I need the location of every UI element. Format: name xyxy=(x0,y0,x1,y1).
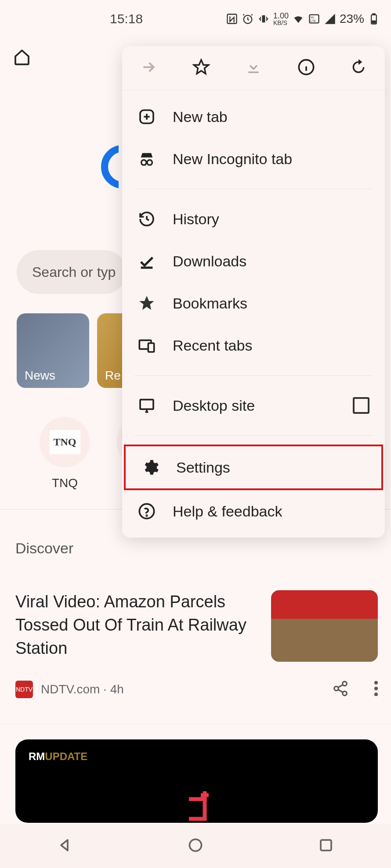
nav-recent-icon[interactable] xyxy=(318,837,334,855)
volte-icon: VoLTE xyxy=(308,13,320,25)
ndtv-badge: NDTV xyxy=(15,681,33,698)
desktop-icon xyxy=(138,397,156,414)
svg-rect-8 xyxy=(373,21,376,23)
svg-point-10 xyxy=(334,686,339,691)
gear-icon xyxy=(141,459,159,476)
svg-point-22 xyxy=(141,160,147,165)
divider xyxy=(0,724,391,725)
share-icon[interactable] xyxy=(332,680,349,699)
svg-point-11 xyxy=(343,691,347,696)
nav-back-icon[interactable] xyxy=(57,837,73,855)
svg-point-14 xyxy=(374,692,378,696)
svg-rect-7 xyxy=(373,14,375,14)
nav-bar xyxy=(0,824,391,868)
desktop-checkbox[interactable] xyxy=(353,397,369,414)
article-source: NDTV.com · 4h xyxy=(41,682,124,696)
article-title: Viral Video: Amazon Parcels Tossed Out O… xyxy=(15,590,260,660)
reload-icon[interactable] xyxy=(350,58,367,78)
svg-point-12 xyxy=(374,681,378,685)
menu-incognito[interactable]: New Incognito tab xyxy=(122,138,385,180)
search-placeholder: Search or typ xyxy=(32,264,116,280)
star-filled-icon xyxy=(138,294,156,312)
nav-home-icon[interactable] xyxy=(188,837,203,855)
svg-rect-2 xyxy=(262,15,265,22)
more-icon[interactable] xyxy=(374,681,378,698)
menu-divider xyxy=(134,435,373,436)
status-time: 15:18 xyxy=(11,11,143,26)
menu-bookmarks[interactable]: Bookmarks xyxy=(122,282,385,324)
menu-help[interactable]: Help & feedback xyxy=(122,490,385,532)
incognito-icon xyxy=(138,150,156,168)
article-thumbnail xyxy=(271,590,378,662)
svg-point-23 xyxy=(147,160,152,165)
menu-settings[interactable]: Settings xyxy=(124,445,383,490)
svg-point-15 xyxy=(189,839,201,851)
discover-heading: Discover xyxy=(15,540,73,557)
plus-box-icon xyxy=(138,108,156,126)
vibrate-icon xyxy=(257,13,270,25)
menu-divider xyxy=(134,375,373,376)
downloads-icon xyxy=(138,252,156,270)
forward-icon[interactable] xyxy=(140,58,157,78)
rmupdate-logo: RMUPDATE xyxy=(29,750,365,763)
history-icon xyxy=(138,210,156,228)
status-icons: 1.00 KB/S VoLTE 23% xyxy=(226,12,380,26)
svg-text:LTE: LTE xyxy=(311,19,316,22)
shortcut-tnq[interactable]: TNQ TNQ xyxy=(40,417,90,490)
svg-text:Vo: Vo xyxy=(311,15,314,18)
article-card[interactable]: Viral Video: Amazon Parcels Tossed Out O… xyxy=(15,590,378,662)
svg-rect-26 xyxy=(148,343,154,352)
svg-point-9 xyxy=(343,681,347,686)
bookmark-star-icon[interactable] xyxy=(192,58,210,78)
rmupdate-card[interactable]: RMUPDATE xyxy=(15,739,378,823)
info-icon[interactable] xyxy=(297,58,315,78)
overflow-menu: New tab New Incognito tab History Downlo… xyxy=(122,46,385,538)
menu-new-tab[interactable]: New tab xyxy=(122,96,385,138)
nfc-icon xyxy=(226,13,238,25)
status-bar: 15:18 1.00 KB/S VoLTE 23% xyxy=(0,0,391,35)
svg-point-13 xyxy=(374,687,378,690)
battery-icon xyxy=(368,13,380,25)
svg-rect-27 xyxy=(140,400,153,409)
battery-percent: 23% xyxy=(340,12,364,26)
svg-rect-17 xyxy=(248,72,258,73)
tile-news[interactable]: News xyxy=(17,313,89,388)
menu-divider xyxy=(134,189,373,189)
menu-history[interactable]: History xyxy=(122,198,385,240)
svg-rect-16 xyxy=(321,840,331,850)
menu-recent-tabs[interactable]: Recent tabs xyxy=(122,324,385,366)
signal-icon xyxy=(324,13,336,25)
home-icon[interactable] xyxy=(13,60,31,67)
menu-desktop-site[interactable]: Desktop site xyxy=(122,384,385,427)
alarm-icon xyxy=(242,13,254,25)
svg-point-29 xyxy=(146,515,147,516)
menu-downloads[interactable]: Downloads xyxy=(122,240,385,282)
devices-icon xyxy=(138,337,156,354)
network-speed: 1.00 KB/S xyxy=(273,12,289,26)
wifi-icon xyxy=(292,13,304,25)
search-input[interactable]: Search or typ xyxy=(17,250,127,294)
help-icon xyxy=(138,502,156,520)
download-icon[interactable] xyxy=(245,58,262,78)
oneplus-icon xyxy=(175,783,219,823)
